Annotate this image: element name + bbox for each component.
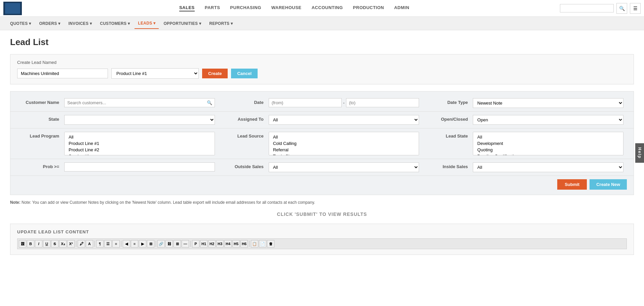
date-from-input[interactable] <box>269 98 342 107</box>
create-button[interactable]: Create <box>202 69 228 78</box>
tb-strike-btn[interactable]: S <box>51 240 59 247</box>
subnav-leads[interactable]: LEADS ▾ <box>135 18 159 29</box>
tb-table-btn[interactable]: ⊞ <box>174 240 181 247</box>
tb-subscript-btn[interactable]: X₂ <box>59 240 67 247</box>
inside-sales-control: All <box>473 162 623 172</box>
tb-separator-5 <box>190 241 191 247</box>
tb-italic-btn[interactable]: I <box>35 240 42 247</box>
prob-label: Prob >= <box>17 162 64 169</box>
create-lead-label: Create Lead Named <box>17 60 627 65</box>
lead-state-select[interactable]: All Development Quoting Pending Qualific… <box>473 132 623 155</box>
tb-color-btn[interactable]: A <box>86 240 93 247</box>
nav-admin[interactable]: ADMIN <box>394 5 409 11</box>
filter-leadsource-col: Lead Source All Cold Calling Referral Tr… <box>218 132 423 155</box>
editor-toolbar: 🖼 B I U S X₂ X² 🖍 A ¶ ☰ ≡ ◀ ≡ ▶ ⊞ 🔗 ⛓ ⊞ … <box>17 238 627 249</box>
date-control: - <box>269 98 419 107</box>
lead-program-control: All Product Line #1 Product Line #2 Serv… <box>64 132 215 155</box>
submit-button[interactable]: Submit <box>557 179 587 190</box>
tb-unlink-btn[interactable]: ⛓ <box>165 240 173 247</box>
tb-h5-btn[interactable]: H5 <box>232 240 240 247</box>
filter-customer-col: Customer Name 🔍 <box>17 98 218 107</box>
tb-h4-btn[interactable]: H4 <box>224 240 232 247</box>
lead-source-select[interactable]: All Cold Calling Referral Trade Show <box>269 132 419 155</box>
date-label: Date <box>222 98 269 105</box>
tb-highlight-btn[interactable]: 🖍 <box>78 240 85 247</box>
note-bold: Note: <box>10 200 21 205</box>
subnav-opportunities[interactable]: OPPORTUNITIES ▾ <box>160 18 204 29</box>
global-search-input[interactable] <box>560 4 614 12</box>
state-select[interactable] <box>64 115 215 125</box>
tb-image-btn[interactable]: 🖼 <box>19 240 26 247</box>
cancel-button[interactable]: Cancel <box>231 69 258 78</box>
prob-control <box>64 162 215 171</box>
openclosed-select[interactable]: Open Closed All <box>473 115 623 125</box>
tb-p-btn[interactable]: P <box>192 240 199 247</box>
tb-h6-btn[interactable]: H6 <box>240 240 248 247</box>
nav-accounting[interactable]: ACCOUNTING <box>311 5 343 11</box>
menu-button[interactable]: ☰ <box>630 3 641 14</box>
date-separator: - <box>343 100 344 105</box>
update-title: UPDATE LEAD LIST CONTENT <box>17 229 627 234</box>
state-control <box>64 115 215 125</box>
date-to-input[interactable] <box>346 98 419 107</box>
tb-link-btn[interactable]: 🔗 <box>157 240 165 247</box>
logo[interactable] <box>3 2 22 15</box>
tb-separator-4 <box>156 241 156 247</box>
inside-sales-select[interactable]: All <box>473 162 623 172</box>
create-new-button[interactable]: Create New <box>590 179 627 190</box>
lead-source-label: Lead Source <box>222 132 269 139</box>
tb-h3-btn[interactable]: H3 <box>216 240 224 247</box>
date-type-control: Newest Note Created Date Modified Date <box>473 98 623 108</box>
customer-search-input[interactable] <box>64 98 215 107</box>
nav-purchasing[interactable]: PURCHASING <box>230 5 261 11</box>
create-lead-row: Product Line #1 Product Line #2 Service … <box>17 68 627 79</box>
subnav-orders[interactable]: ORDERS ▾ <box>36 18 64 29</box>
subnav-customers[interactable]: CUSTOMERS ▾ <box>97 18 133 29</box>
lead-program-select[interactable]: All Product Line #1 Product Line #2 Serv… <box>64 132 215 155</box>
tb-align-justify-btn[interactable]: ⊞ <box>147 240 154 247</box>
state-label: State <box>17 115 64 122</box>
filter-state-col: State <box>17 115 218 125</box>
tb-copy-btn[interactable]: 📄 <box>259 240 266 247</box>
lead-state-control: All Development Quoting Pending Qualific… <box>473 132 623 155</box>
tb-hr-btn[interactable]: — <box>182 240 189 247</box>
lead-program-label: Lead Program <box>17 132 64 139</box>
tb-align-center-btn[interactable]: ≡ <box>131 240 138 247</box>
nav-warehouse[interactable]: WAREHOUSE <box>271 5 302 11</box>
product-line-select[interactable]: Product Line #1 Product Line #2 Service … <box>111 68 199 79</box>
help-tab[interactable]: Help <box>635 143 644 163</box>
tb-clear-btn[interactable]: 🗑 <box>267 240 274 247</box>
tb-ul-btn[interactable]: ≡ <box>112 240 120 247</box>
nav-production[interactable]: PRODUCTION <box>353 5 384 11</box>
customer-name-label: Customer Name <box>17 98 64 105</box>
note-text: Note: Note: You can add or view Customer… <box>10 200 634 205</box>
filter-prob-col: Prob >= <box>17 162 218 171</box>
filter-date-col: Date - <box>218 98 423 107</box>
assigned-to-select[interactable]: All <box>269 115 419 125</box>
tb-superscript-btn[interactable]: X² <box>67 240 75 247</box>
tb-h1-btn[interactable]: H1 <box>200 240 207 247</box>
tb-align-left-btn[interactable]: ◀ <box>123 240 130 247</box>
tb-ol-btn[interactable]: ☰ <box>104 240 112 247</box>
sub-navigation: QUOTES ▾ ORDERS ▾ INVOICES ▾ CUSTOMERS ▾… <box>0 17 644 30</box>
prob-input[interactable] <box>64 162 215 171</box>
nav-sales[interactable]: SALES <box>179 5 195 11</box>
customer-name-control: 🔍 <box>64 98 215 107</box>
subnav-invoices[interactable]: INVOICES ▾ <box>65 18 95 29</box>
subnav-quotes[interactable]: QUOTES ▾ <box>7 18 34 29</box>
tb-underline-btn[interactable]: U <box>43 240 50 247</box>
filter-row-1: Customer Name 🔍 Date - <box>10 95 634 112</box>
customer-search-wrap: 🔍 <box>64 98 215 107</box>
tb-align-right-btn[interactable]: ▶ <box>139 240 146 247</box>
outside-sales-select[interactable]: All <box>269 162 419 172</box>
tb-h2-btn[interactable]: H2 <box>208 240 216 247</box>
filter-row-2: State Assigned To All Open/Closed <box>10 112 634 128</box>
tb-paste-btn[interactable]: 📋 <box>251 240 258 247</box>
nav-parts[interactable]: PARTS <box>205 5 220 11</box>
tb-bold-btn[interactable]: B <box>27 240 34 247</box>
search-button[interactable]: 🔍 <box>616 3 627 14</box>
date-type-select[interactable]: Newest Note Created Date Modified Date <box>473 98 623 108</box>
tb-paragraph-btn[interactable]: ¶ <box>96 240 104 247</box>
lead-name-input[interactable] <box>17 69 108 78</box>
subnav-reports[interactable]: REPORTS ▾ <box>206 18 236 29</box>
